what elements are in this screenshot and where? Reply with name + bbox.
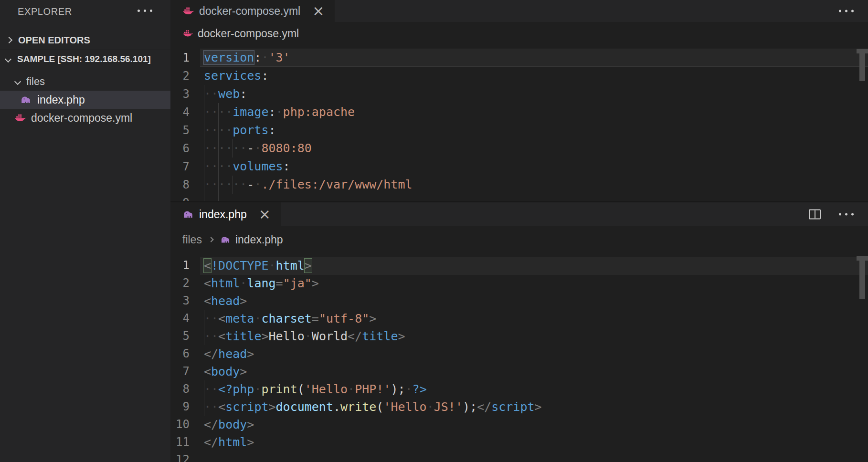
line-number: 5 <box>170 327 190 345</box>
code-line-5[interactable]: 5··<title>Hello·World</title> <box>170 327 868 345</box>
explorer-more-actions-icon[interactable] <box>138 10 152 12</box>
php-elephant-icon <box>220 234 231 245</box>
indent-guide <box>204 194 204 201</box>
scrollbar-thumb[interactable] <box>857 256 868 261</box>
code-line-6[interactable]: 6······-·8080:80 <box>170 139 868 158</box>
workspace-label: SAMPLE [SSH: 192.168.56.101] <box>17 54 151 64</box>
file-label: index.php <box>37 94 85 106</box>
line-number: 4 <box>170 103 190 121</box>
scrollbar-thumb[interactable] <box>859 261 865 299</box>
code-line-1[interactable]: 1<!DOCTYPE·html> <box>170 257 868 274</box>
code-line-1[interactable]: 1version:·'3' <box>170 49 868 67</box>
line-number: 4 <box>170 310 190 327</box>
line-number: 1 <box>170 257 190 274</box>
php-elephant-icon <box>182 209 194 220</box>
code-area-php[interactable]: 1<!DOCTYPE·html>2<html·lang="ja">3<head>… <box>170 253 868 462</box>
code-line-9[interactable]: 9 <box>170 194 868 201</box>
close-icon[interactable]: × <box>259 207 271 221</box>
line-number: 5 <box>170 121 190 139</box>
tabbar-bottom: index.php × <box>170 202 868 226</box>
file-label: docker-compose.yml <box>31 112 132 125</box>
chevron-right-icon <box>208 237 213 242</box>
breadcrumb-top[interactable]: docker-compose.yml <box>170 22 868 45</box>
line-number: 9 <box>170 194 190 201</box>
editor-group-top: docker-compose.yml × docker-compose.yml … <box>170 0 868 201</box>
line-number: 10 <box>170 416 190 433</box>
line-number: 2 <box>170 274 190 292</box>
code-line-2[interactable]: 2services: <box>170 67 868 85</box>
chevron-down-icon <box>5 55 11 62</box>
code-line-4[interactable]: 4··<meta·charset="utf-8"> <box>170 310 868 327</box>
line-number: 6 <box>170 139 190 158</box>
code-line-12[interactable]: 12 <box>170 451 868 462</box>
line-number: 9 <box>170 398 190 416</box>
tree-item-files-folder[interactable]: files <box>0 73 170 91</box>
code-line-6[interactable]: 6</head> <box>170 345 868 363</box>
tabbar-top: docker-compose.yml × <box>170 0 868 22</box>
code-line-8[interactable]: 8······-·./files:/var/www/html <box>170 176 868 194</box>
more-actions-icon[interactable] <box>839 213 854 216</box>
line-number: 3 <box>170 292 190 310</box>
indent-guide <box>218 194 219 201</box>
code-area-yaml[interactable]: 1version:·'3'2services:3··web:4····image… <box>170 45 868 201</box>
tab-label: index.php <box>199 208 247 221</box>
code-line-7[interactable]: 7····volumes: <box>170 158 868 176</box>
split-editor-icon[interactable] <box>809 210 821 220</box>
breadcrumb-file: docker-compose.yml <box>198 27 299 40</box>
breadcrumb-folder[interactable]: files <box>182 233 202 246</box>
line-number: 1 <box>170 49 190 67</box>
folder-label: files <box>26 75 45 88</box>
docker-whale-icon <box>14 112 26 124</box>
workspace-section[interactable]: SAMPLE [SSH: 192.168.56.101] <box>0 50 170 68</box>
line-number: 7 <box>170 158 190 176</box>
explorer-sidebar: EXPLORER OPEN EDITORS SAMPLE [SSH: 192.1… <box>0 0 170 462</box>
php-elephant-icon <box>20 94 32 105</box>
tab-index-php[interactable]: index.php × <box>170 202 282 226</box>
line-number: 2 <box>170 67 190 85</box>
docker-whale-icon <box>182 28 193 39</box>
code-line-11[interactable]: 11</html> <box>170 433 868 451</box>
line-number: 11 <box>170 433 190 451</box>
scrollbar-thumb[interactable] <box>859 53 865 81</box>
code-line-2[interactable]: 2<html·lang="ja"> <box>170 274 868 292</box>
docker-whale-icon <box>182 5 194 17</box>
line-number: 12 <box>170 451 190 462</box>
tree-item-index-php[interactable]: index.php <box>0 91 170 109</box>
tab-docker-compose[interactable]: docker-compose.yml × <box>170 0 335 22</box>
line-number: 8 <box>170 176 190 194</box>
line-number: 3 <box>170 85 190 103</box>
tree-item-docker-compose[interactable]: docker-compose.yml <box>0 109 170 127</box>
code-line-5[interactable]: 5····ports: <box>170 121 868 139</box>
breadcrumb-bottom[interactable]: files index.php <box>170 226 868 253</box>
line-number: 6 <box>170 345 190 363</box>
editor-group-bottom: index.php × files index.php 1<!DOCTYPE·h… <box>170 201 868 462</box>
breadcrumb-file: index.php <box>235 233 283 246</box>
tab-label: docker-compose.yml <box>199 5 300 18</box>
line-number: 7 <box>170 363 190 380</box>
code-line-8[interactable]: 8··<?php·print('Hello·PHP!');·?> <box>170 380 868 398</box>
explorer-title: EXPLORER <box>18 6 72 17</box>
open-editors-label: OPEN EDITORS <box>18 35 90 46</box>
code-line-10[interactable]: 10</body> <box>170 416 868 433</box>
chevron-right-icon <box>6 37 12 43</box>
close-icon[interactable]: × <box>312 4 324 18</box>
open-editors-section[interactable]: OPEN EDITORS <box>0 31 170 49</box>
line-number: 8 <box>170 380 190 398</box>
code-line-4[interactable]: 4····image:·php:apache <box>170 103 868 121</box>
scrollbar-thumb[interactable] <box>857 49 868 53</box>
code-line-3[interactable]: 3··web: <box>170 85 868 103</box>
chevron-down-icon <box>14 78 21 85</box>
code-line-7[interactable]: 7<body> <box>170 363 868 380</box>
code-line-3[interactable]: 3<head> <box>170 292 868 310</box>
code-line-9[interactable]: 9··<script>document.write('Hello·JS!');<… <box>170 398 868 416</box>
more-actions-icon[interactable] <box>839 10 854 12</box>
